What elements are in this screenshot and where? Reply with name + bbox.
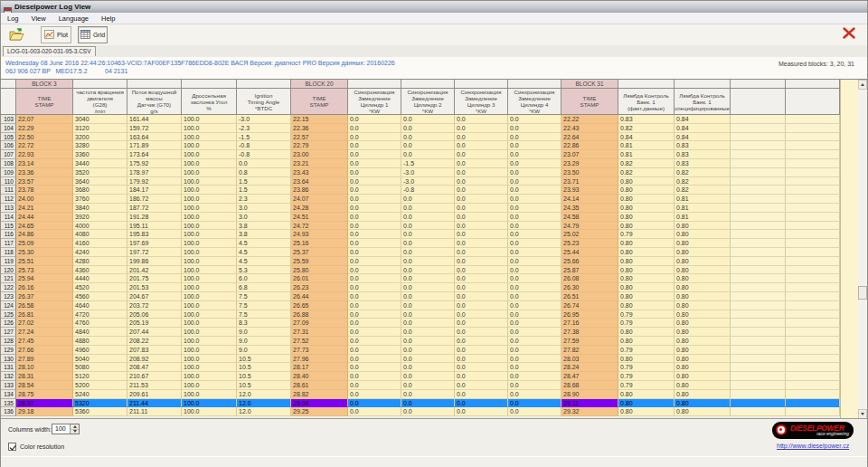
grid-cell[interactable] bbox=[786, 177, 840, 186]
grid-cell[interactable]: 6.0 bbox=[237, 274, 291, 283]
grid-cell[interactable] bbox=[786, 283, 840, 292]
column-header-cell[interactable]: Поток воздушноймассыДатчик (G70)g/s bbox=[127, 89, 182, 115]
grid-cell[interactable]: 100.0 bbox=[182, 372, 237, 381]
grid-cell[interactable]: 27.89 bbox=[16, 355, 73, 364]
table-row[interactable]: 10422.293120159.72100.0-2.322.360.00.00.… bbox=[1, 124, 840, 133]
grid-cell[interactable] bbox=[786, 159, 840, 168]
grid-cell[interactable]: 0.80 bbox=[675, 407, 731, 416]
grid-cell[interactable]: 3440 bbox=[73, 159, 127, 168]
grid-cell[interactable]: 9.0 bbox=[237, 328, 291, 337]
grid-cell[interactable]: 7.5 bbox=[237, 292, 291, 301]
grid-cell[interactable]: 22.50 bbox=[16, 133, 73, 142]
grid-cell[interactable]: 0.80 bbox=[618, 390, 675, 399]
row-number-cell[interactable]: 134 bbox=[1, 390, 16, 399]
grid-cell[interactable]: 12.0 bbox=[237, 407, 291, 416]
grid-cell[interactable]: 25.44 bbox=[561, 248, 618, 257]
grid-cell[interactable]: 0.0 bbox=[401, 222, 455, 231]
grid-cell[interactable]: 26.16 bbox=[16, 283, 73, 292]
grid-cell[interactable]: 7.5 bbox=[237, 301, 291, 310]
grid-cell[interactable] bbox=[786, 133, 840, 142]
row-number-cell[interactable]: 120 bbox=[1, 266, 16, 275]
grid-cell[interactable] bbox=[731, 363, 786, 372]
grid-cell[interactable]: 0.84 bbox=[675, 133, 731, 142]
grid-cell[interactable] bbox=[786, 381, 840, 390]
grid-cell[interactable]: 0.0 bbox=[508, 274, 561, 283]
grid-cell[interactable] bbox=[731, 133, 786, 142]
grid-cell[interactable]: 0.0 bbox=[401, 407, 455, 416]
grid-cell[interactable]: 0.0 bbox=[401, 283, 455, 292]
grid-cell[interactable]: 4280 bbox=[73, 257, 127, 266]
grid-cell[interactable]: 0.83 bbox=[675, 159, 731, 168]
grid-cell[interactable]: 0.82 bbox=[675, 177, 731, 186]
grid-cell[interactable]: 0.0 bbox=[348, 213, 401, 222]
row-number-cell[interactable]: 123 bbox=[1, 292, 16, 301]
row-number-cell[interactable]: 126 bbox=[1, 319, 16, 328]
table-row[interactable]: 12927.664960207.83100.09.027.730.00.00.0… bbox=[1, 346, 840, 355]
grid-cell[interactable]: 25.66 bbox=[561, 257, 618, 266]
grid-cell[interactable]: 26.88 bbox=[291, 310, 348, 319]
grid-cell[interactable]: 0.80 bbox=[618, 204, 675, 213]
grid-cell[interactable] bbox=[786, 257, 840, 266]
grid-cell[interactable]: 25.94 bbox=[16, 274, 73, 283]
grid-cell[interactable]: 0.0 bbox=[348, 355, 401, 364]
grid-cell[interactable]: 0.80 bbox=[675, 363, 731, 372]
grid-cell[interactable]: 0.0 bbox=[508, 390, 561, 399]
grid-cell[interactable]: 0.0 bbox=[401, 248, 455, 257]
grid-cell[interactable]: 0.80 bbox=[675, 328, 731, 337]
grid-cell[interactable]: 0.80 bbox=[675, 390, 731, 399]
grid-cell[interactable]: 100.0 bbox=[182, 319, 237, 328]
grid-cell[interactable]: 175.92 bbox=[127, 159, 182, 168]
grid-cell[interactable]: 0.0 bbox=[455, 399, 508, 408]
grid-cell[interactable]: 0.0 bbox=[508, 301, 561, 310]
grid-cell[interactable]: 0.82 bbox=[675, 168, 731, 177]
grid-cell[interactable]: 29.11 bbox=[561, 399, 618, 408]
column-header-cell[interactable]: TIMESTAMP bbox=[561, 89, 618, 115]
grid-cell[interactable]: 208.22 bbox=[127, 337, 182, 346]
grid-cell[interactable]: 22.22 bbox=[561, 115, 618, 124]
grid-cell[interactable]: 0.0 bbox=[348, 141, 401, 150]
grid-cell[interactable]: 0.80 bbox=[675, 257, 731, 266]
table-row[interactable]: 11925.514280199.86100.04.525.590.00.00.0… bbox=[1, 257, 840, 266]
grid-cell[interactable]: 0.0 bbox=[348, 124, 401, 133]
grid-cell[interactable] bbox=[731, 150, 786, 159]
grid-cell[interactable]: 27.24 bbox=[16, 328, 73, 337]
grid-cell[interactable]: 22.43 bbox=[561, 124, 618, 133]
grid-cell[interactable]: 3840 bbox=[73, 204, 127, 213]
grid-cell[interactable]: 0.0 bbox=[348, 195, 401, 204]
grid-cell[interactable]: 26.01 bbox=[291, 274, 348, 283]
grid-cell[interactable]: 0.80 bbox=[618, 222, 675, 231]
grid-cell[interactable]: 0.0 bbox=[401, 390, 455, 399]
grid-cell[interactable] bbox=[731, 399, 786, 408]
grid-cell[interactable] bbox=[786, 266, 840, 275]
grid-cell[interactable]: 0.0 bbox=[401, 115, 455, 124]
grid-cell[interactable]: 0.0 bbox=[508, 159, 561, 168]
grid-cell[interactable]: 0.79 bbox=[618, 381, 675, 390]
grid-cell[interactable]: 0.0 bbox=[348, 283, 401, 292]
grid-cell[interactable] bbox=[786, 337, 840, 346]
grid-cell[interactable]: 201.53 bbox=[127, 283, 182, 292]
grid-cell[interactable]: 100.0 bbox=[182, 274, 237, 283]
grid-cell[interactable]: 0.0 bbox=[348, 177, 401, 186]
grid-cell[interactable]: 23.21 bbox=[291, 159, 348, 168]
grid-cell[interactable]: -0.8 bbox=[237, 141, 291, 150]
grid-cell[interactable]: 0.83 bbox=[675, 150, 731, 159]
grid-cell[interactable]: 100.0 bbox=[182, 115, 237, 124]
grid-cell[interactable]: 0.0 bbox=[348, 399, 401, 408]
columns-width-spinner[interactable]: 100 bbox=[52, 424, 80, 434]
grid-cell[interactable] bbox=[786, 390, 840, 399]
grid-cell[interactable]: 0.0 bbox=[508, 346, 561, 355]
grid-cell[interactable]: 195.83 bbox=[127, 230, 182, 239]
table-row[interactable]: 11524.654000195.11100.03.824.720.00.00.0… bbox=[1, 222, 840, 231]
grid-cell[interactable]: 28.54 bbox=[16, 381, 73, 390]
grid-cell[interactable]: -1.5 bbox=[401, 159, 455, 168]
grid-cell[interactable]: 100.0 bbox=[182, 310, 237, 319]
grid-cell[interactable]: 195.11 bbox=[127, 222, 182, 231]
grid-cell[interactable]: 29.32 bbox=[561, 407, 618, 416]
grid-cell[interactable]: 100.0 bbox=[182, 159, 237, 168]
table-row[interactable]: 13629.185360211.11100.012.029.250.00.00.… bbox=[1, 407, 840, 416]
grid-cell[interactable]: 4960 bbox=[73, 346, 127, 355]
grid-cell[interactable]: 5080 bbox=[73, 363, 127, 372]
grid-cell[interactable]: 0.0 bbox=[401, 372, 455, 381]
grid-cell[interactable]: 100.0 bbox=[182, 222, 237, 231]
grid-cell[interactable] bbox=[731, 195, 786, 204]
